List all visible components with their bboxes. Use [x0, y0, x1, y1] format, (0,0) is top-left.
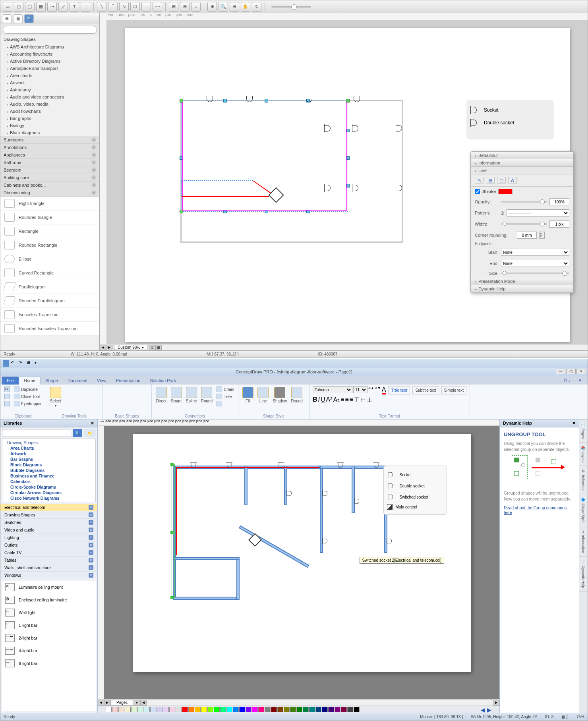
close-icon[interactable]: ×: [89, 505, 93, 510]
scrollbar-h[interactable]: ◀ ▶ Custom 98% ▾ ▯ ▦: [100, 344, 588, 350]
tool-pointer[interactable]: ▭: [3, 2, 12, 12]
color-swatch[interactable]: [341, 707, 347, 712]
close-icon[interactable]: ×: [91, 175, 96, 180]
color-swatch[interactable]: [214, 707, 220, 712]
tree-item[interactable]: Bar Graphs: [4, 456, 94, 462]
canvas[interactable]: Socket Double socket Behaviour Informati…: [107, 20, 588, 344]
tool-grid[interactable]: ▦: [36, 2, 46, 12]
color-swatch[interactable]: [265, 707, 271, 712]
view-list-icon[interactable]: ☰: [2, 14, 12, 23]
page-prev[interactable]: ◀: [100, 345, 106, 350]
shape-item[interactable]: Isosceles Trapezium: [0, 308, 99, 322]
color-swatch[interactable]: [258, 707, 264, 712]
fontsize-select[interactable]: 11: [353, 386, 368, 393]
socket-icon[interactable]: [322, 490, 330, 497]
color-swatch[interactable]: [296, 707, 302, 712]
color-swatch[interactable]: [195, 707, 201, 712]
smart-button[interactable]: Smart: [170, 386, 183, 404]
size-slider[interactable]: [501, 273, 569, 274]
tool-align[interactable]: ≡: [191, 2, 201, 12]
socket-icon[interactable]: [396, 184, 405, 192]
spline-button[interactable]: Spline: [185, 386, 198, 404]
library-shape[interactable]: ⊣⊢6-light bar: [2, 657, 96, 670]
socket-icon[interactable]: [353, 96, 361, 105]
socket-icon[interactable]: [286, 490, 294, 497]
library-shape[interactable]: ⊣⊢4-light bar: [2, 644, 96, 657]
eyedropper-button[interactable]: Eyedropper: [13, 400, 43, 407]
color-swatch[interactable]: [309, 707, 315, 712]
paste-button[interactable]: [4, 400, 11, 407]
view-search-icon[interactable]: 🔍: [24, 14, 34, 23]
tool-text[interactable]: T: [70, 2, 79, 12]
qat-save-icon[interactable]: [3, 360, 9, 367]
scroll-right[interactable]: ▶: [493, 700, 499, 706]
color-swatch[interactable]: [157, 707, 162, 712]
tab-document[interactable]: Document: [63, 377, 92, 385]
panel-close-icon[interactable]: ✕: [572, 421, 576, 426]
color-swatch[interactable]: [207, 707, 213, 712]
tab-add[interactable]: ▸: [134, 700, 140, 706]
align-right-icon[interactable]: ≡: [350, 396, 353, 404]
width-value[interactable]: [549, 220, 569, 228]
view-grid-icon[interactable]: ▦: [13, 14, 23, 23]
stroke-checkbox[interactable]: [475, 189, 480, 194]
color-swatch[interactable]: [252, 707, 258, 712]
color-swatch[interactable]: [125, 707, 131, 712]
library-shape[interactable]: ⊣⊢2-light bar: [2, 632, 96, 644]
subtitle-text-button[interactable]: Subtitle text: [412, 386, 439, 394]
minimize-button[interactable]: —: [556, 369, 565, 374]
color-swatch[interactable]: [271, 707, 277, 712]
tool-arc[interactable]: ⌒: [108, 2, 118, 12]
close-icon[interactable]: ×: [91, 145, 96, 150]
library-search-button[interactable]: 🔍: [73, 429, 82, 437]
category-item[interactable]: Block diagrams: [0, 129, 99, 136]
color-swatch[interactable]: [315, 707, 321, 712]
align-center-icon[interactable]: ≡: [345, 396, 349, 404]
panel-section-presentation[interactable]: Presentation Mode: [471, 278, 573, 285]
tool-curve[interactable]: ∿: [119, 2, 129, 12]
opacity-value[interactable]: [549, 198, 569, 205]
tool-hand[interactable]: ✋: [241, 2, 250, 12]
sidetab-behaviour[interactable]: ⚙Behaviour: [579, 466, 588, 495]
tree-item[interactable]: Cisco Network Diagrams: [4, 495, 94, 501]
shape-item[interactable]: Curved Rectangle: [0, 266, 99, 280]
color-swatch[interactable]: [239, 707, 245, 712]
color-swatch[interactable]: [118, 707, 124, 712]
tree-item[interactable]: Bubble Diagrams: [4, 468, 94, 473]
main-control-shape[interactable]: [248, 533, 262, 547]
zoom-value[interactable]: 75%: [576, 715, 584, 719]
underline-icon[interactable]: U: [321, 396, 325, 404]
sidetab-pages[interactable]: 📄Pages: [579, 419, 588, 443]
color-swatch[interactable]: [303, 707, 309, 712]
library-shape[interactable]: ⊢1-light bar: [2, 619, 96, 632]
shape-item[interactable]: Rounded Rectangle: [0, 238, 99, 252]
tab-next[interactable]: ▶: [104, 700, 110, 706]
scroll-left[interactable]: ◀: [140, 700, 147, 706]
socket-icon[interactable]: [278, 462, 284, 470]
panel-close-icon[interactable]: ✕: [91, 421, 94, 426]
color-swatch[interactable]: [144, 707, 150, 712]
tree-item[interactable]: Artwork: [4, 451, 94, 456]
tree-item[interactable]: Circle-Spoke Diagrams: [4, 484, 94, 490]
tab-prev[interactable]: ◀: [98, 700, 104, 706]
start-select[interactable]: None: [501, 249, 569, 256]
socket-icon[interactable]: [246, 96, 253, 105]
tree-button[interactable]: Tree: [216, 393, 235, 400]
close-icon[interactable]: ×: [89, 528, 93, 532]
qat-print-icon[interactable]: 🖶: [27, 360, 33, 367]
category-item[interactable]: Astronomy: [0, 86, 99, 93]
copy-button[interactable]: [4, 393, 11, 400]
sidetab-information[interactable]: ℹInformation: [579, 526, 588, 557]
color-swatch[interactable]: [201, 707, 207, 712]
tab-file[interactable]: File: [2, 377, 19, 385]
close-icon[interactable]: ×: [89, 535, 93, 540]
zoom-slider[interactable]: [271, 6, 311, 8]
socket-icon[interactable]: [305, 96, 313, 105]
library-shape[interactable]: ✕Luminaire ceiling mount: [2, 581, 96, 593]
subcategory[interactable]: Building core×: [0, 174, 99, 182]
color-swatch[interactable]: [354, 707, 360, 712]
page-next[interactable]: ▶: [106, 345, 112, 350]
subcategory[interactable]: Bedroom×: [0, 166, 99, 174]
tool-line2[interactable]: ╲: [97, 2, 106, 12]
qat-undo-icon[interactable]: ↶: [11, 360, 17, 367]
